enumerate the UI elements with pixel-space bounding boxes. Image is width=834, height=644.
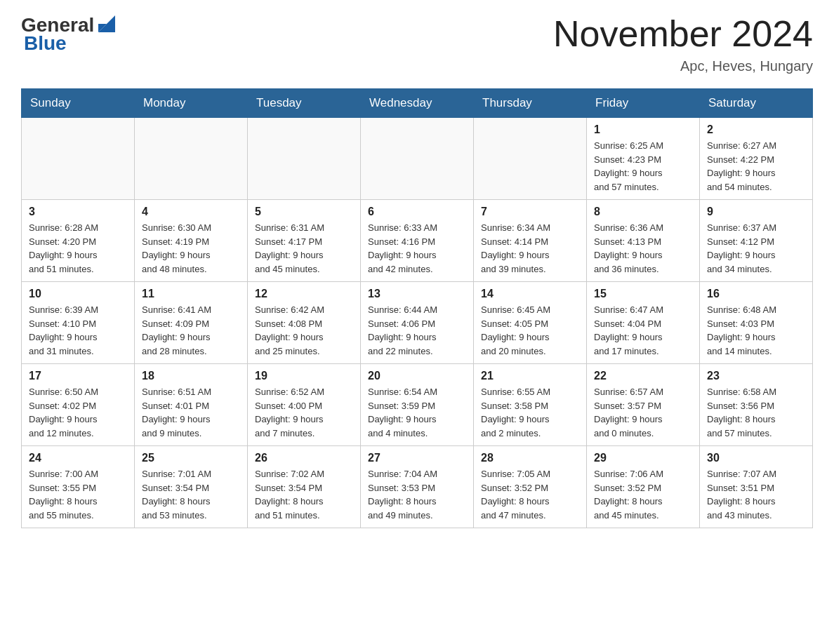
calendar-cell (361, 118, 474, 200)
weekday-header-wednesday: Wednesday (361, 89, 474, 118)
calendar-cell: 19Sunrise: 6:52 AM Sunset: 4:00 PM Dayli… (248, 364, 361, 446)
day-number: 18 (142, 370, 240, 382)
weekday-header-monday: Monday (135, 89, 248, 118)
calendar-cell (135, 118, 248, 200)
day-info: Sunrise: 6:54 AM Sunset: 3:59 PM Dayligh… (368, 385, 466, 440)
day-info: Sunrise: 6:48 AM Sunset: 4:03 PM Dayligh… (707, 303, 805, 358)
logo: General Blue (21, 14, 118, 55)
day-number: 29 (594, 452, 692, 464)
day-info: Sunrise: 6:51 AM Sunset: 4:01 PM Dayligh… (142, 385, 240, 440)
calendar-cell: 5Sunrise: 6:31 AM Sunset: 4:17 PM Daylig… (248, 200, 361, 282)
calendar-cell: 8Sunrise: 6:36 AM Sunset: 4:13 PM Daylig… (587, 200, 700, 282)
calendar-cell: 9Sunrise: 6:37 AM Sunset: 4:12 PM Daylig… (700, 200, 813, 282)
day-number: 1 (594, 123, 692, 136)
calendar-week-row: 24Sunrise: 7:00 AM Sunset: 3:55 PM Dayli… (22, 446, 813, 528)
day-info: Sunrise: 6:44 AM Sunset: 4:06 PM Dayligh… (368, 303, 466, 358)
day-info: Sunrise: 7:07 AM Sunset: 3:51 PM Dayligh… (707, 467, 805, 522)
calendar-cell: 3Sunrise: 6:28 AM Sunset: 4:20 PM Daylig… (22, 200, 135, 282)
day-info: Sunrise: 7:01 AM Sunset: 3:54 PM Dayligh… (142, 467, 240, 522)
day-number: 24 (29, 452, 127, 464)
day-info: Sunrise: 6:34 AM Sunset: 4:14 PM Dayligh… (481, 221, 579, 276)
day-info: Sunrise: 6:28 AM Sunset: 4:20 PM Dayligh… (29, 221, 127, 276)
day-number: 14 (481, 288, 579, 300)
calendar-cell: 29Sunrise: 7:06 AM Sunset: 3:52 PM Dayli… (587, 446, 700, 528)
day-info: Sunrise: 6:30 AM Sunset: 4:19 PM Dayligh… (142, 221, 240, 276)
calendar-cell: 1Sunrise: 6:25 AM Sunset: 4:23 PM Daylig… (587, 118, 700, 200)
calendar-cell: 4Sunrise: 6:30 AM Sunset: 4:19 PM Daylig… (135, 200, 248, 282)
calendar-cell: 10Sunrise: 6:39 AM Sunset: 4:10 PM Dayli… (22, 282, 135, 364)
day-info: Sunrise: 7:06 AM Sunset: 3:52 PM Dayligh… (594, 467, 692, 522)
calendar-cell: 16Sunrise: 6:48 AM Sunset: 4:03 PM Dayli… (700, 282, 813, 364)
weekday-header-friday: Friday (587, 89, 700, 118)
day-info: Sunrise: 6:33 AM Sunset: 4:16 PM Dayligh… (368, 221, 466, 276)
calendar-cell: 26Sunrise: 7:02 AM Sunset: 3:54 PM Dayli… (248, 446, 361, 528)
day-info: Sunrise: 6:50 AM Sunset: 4:02 PM Dayligh… (29, 385, 127, 440)
day-info: Sunrise: 6:36 AM Sunset: 4:13 PM Dayligh… (594, 221, 692, 276)
calendar-cell: 13Sunrise: 6:44 AM Sunset: 4:06 PM Dayli… (361, 282, 474, 364)
day-number: 17 (29, 370, 127, 382)
weekday-header-saturday: Saturday (700, 89, 813, 118)
weekday-header-tuesday: Tuesday (248, 89, 361, 118)
calendar-cell: 12Sunrise: 6:42 AM Sunset: 4:08 PM Dayli… (248, 282, 361, 364)
calendar-cell: 28Sunrise: 7:05 AM Sunset: 3:52 PM Dayli… (474, 446, 587, 528)
calendar-cell: 14Sunrise: 6:45 AM Sunset: 4:05 PM Dayli… (474, 282, 587, 364)
day-info: Sunrise: 6:31 AM Sunset: 4:17 PM Dayligh… (255, 221, 353, 276)
day-info: Sunrise: 6:45 AM Sunset: 4:05 PM Dayligh… (481, 303, 579, 358)
day-number: 5 (255, 206, 353, 218)
calendar-cell: 17Sunrise: 6:50 AM Sunset: 4:02 PM Dayli… (22, 364, 135, 446)
day-info: Sunrise: 7:02 AM Sunset: 3:54 PM Dayligh… (255, 467, 353, 522)
weekday-header-sunday: Sunday (22, 89, 135, 118)
weekday-header-row: SundayMondayTuesdayWednesdayThursdayFrid… (22, 89, 813, 118)
day-info: Sunrise: 6:42 AM Sunset: 4:08 PM Dayligh… (255, 303, 353, 358)
calendar-cell: 18Sunrise: 6:51 AM Sunset: 4:01 PM Dayli… (135, 364, 248, 446)
calendar-cell: 7Sunrise: 6:34 AM Sunset: 4:14 PM Daylig… (474, 200, 587, 282)
calendar-cell: 20Sunrise: 6:54 AM Sunset: 3:59 PM Dayli… (361, 364, 474, 446)
calendar-cell: 2Sunrise: 6:27 AM Sunset: 4:22 PM Daylig… (700, 118, 813, 200)
calendar-week-row: 17Sunrise: 6:50 AM Sunset: 4:02 PM Dayli… (22, 364, 813, 446)
day-number: 25 (142, 452, 240, 464)
day-number: 12 (255, 288, 353, 300)
day-number: 7 (481, 206, 579, 218)
calendar-cell: 11Sunrise: 6:41 AM Sunset: 4:09 PM Dayli… (135, 282, 248, 364)
page-header: General Blue November 2024 Apc, Heves, H… (21, 14, 813, 74)
calendar-title: November 2024 (553, 14, 813, 54)
calendar-cell (474, 118, 587, 200)
calendar-subtitle: Apc, Heves, Hungary (553, 58, 813, 74)
day-number: 19 (255, 370, 353, 382)
day-number: 21 (481, 370, 579, 382)
calendar-table: SundayMondayTuesdayWednesdayThursdayFrid… (21, 88, 813, 528)
day-info: Sunrise: 6:58 AM Sunset: 3:56 PM Dayligh… (707, 385, 805, 440)
calendar-cell: 30Sunrise: 7:07 AM Sunset: 3:51 PM Dayli… (700, 446, 813, 528)
day-info: Sunrise: 6:52 AM Sunset: 4:00 PM Dayligh… (255, 385, 353, 440)
day-number: 8 (594, 206, 692, 218)
day-info: Sunrise: 7:04 AM Sunset: 3:53 PM Dayligh… (368, 467, 466, 522)
day-info: Sunrise: 7:05 AM Sunset: 3:52 PM Dayligh… (481, 467, 579, 522)
day-number: 15 (594, 288, 692, 300)
calendar-week-row: 3Sunrise: 6:28 AM Sunset: 4:20 PM Daylig… (22, 200, 813, 282)
day-info: Sunrise: 6:57 AM Sunset: 3:57 PM Dayligh… (594, 385, 692, 440)
calendar-cell (22, 118, 135, 200)
calendar-cell: 25Sunrise: 7:01 AM Sunset: 3:54 PM Dayli… (135, 446, 248, 528)
calendar-cell: 21Sunrise: 6:55 AM Sunset: 3:58 PM Dayli… (474, 364, 587, 446)
day-info: Sunrise: 6:37 AM Sunset: 4:12 PM Dayligh… (707, 221, 805, 276)
day-info: Sunrise: 6:41 AM Sunset: 4:09 PM Dayligh… (142, 303, 240, 358)
day-number: 27 (368, 452, 466, 464)
weekday-header-thursday: Thursday (474, 89, 587, 118)
day-number: 10 (29, 288, 127, 300)
day-number: 16 (707, 288, 805, 300)
calendar-header: SundayMondayTuesdayWednesdayThursdayFrid… (22, 89, 813, 118)
calendar-cell: 27Sunrise: 7:04 AM Sunset: 3:53 PM Dayli… (361, 446, 474, 528)
day-number: 6 (368, 206, 466, 218)
day-info: Sunrise: 6:55 AM Sunset: 3:58 PM Dayligh… (481, 385, 579, 440)
day-number: 26 (255, 452, 353, 464)
day-number: 20 (368, 370, 466, 382)
calendar-week-row: 10Sunrise: 6:39 AM Sunset: 4:10 PM Dayli… (22, 282, 813, 364)
calendar-cell: 24Sunrise: 7:00 AM Sunset: 3:55 PM Dayli… (22, 446, 135, 528)
logo-blue-text: Blue (24, 32, 67, 54)
day-number: 30 (707, 452, 805, 464)
day-number: 23 (707, 370, 805, 382)
day-number: 4 (142, 206, 240, 218)
day-number: 13 (368, 288, 466, 300)
calendar-cell: 23Sunrise: 6:58 AM Sunset: 3:56 PM Dayli… (700, 364, 813, 446)
calendar-cell: 15Sunrise: 6:47 AM Sunset: 4:04 PM Dayli… (587, 282, 700, 364)
